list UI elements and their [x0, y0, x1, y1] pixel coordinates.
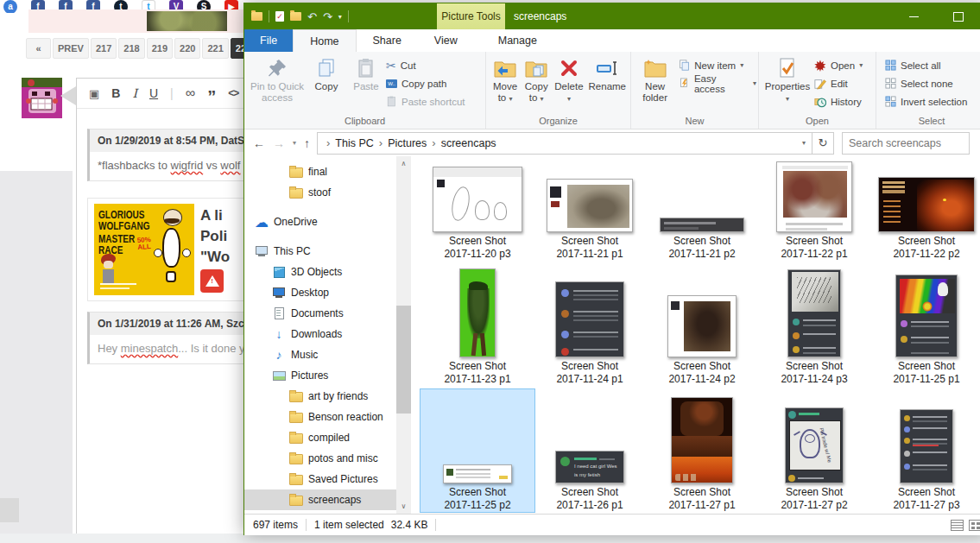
avatar[interactable] — [22, 78, 62, 118]
delete-button[interactable]: Delete▾ — [552, 54, 585, 104]
sidebar-item-this-pc[interactable]: This PC — [244, 241, 396, 262]
up-button[interactable]: ↑ — [304, 136, 310, 150]
page-button-217[interactable]: 217 — [91, 38, 117, 59]
refresh-button[interactable]: ↻ — [812, 132, 834, 155]
file-item-screen-shot-2017-11-27-p2[interactable]: Pls trade w/ MeScreen Shot2017-11-27 p2 — [757, 389, 871, 512]
file-item-screen-shot-2017-11-24-p3[interactable]: Screen Shot2017-11-24 p3 — [757, 268, 871, 386]
link-icon[interactable]: ∞ — [186, 86, 195, 100]
properties-button[interactable]: Properties▾ — [762, 54, 812, 104]
search-box[interactable] — [842, 132, 970, 155]
sidebar-item-documents[interactable]: Documents — [244, 303, 396, 324]
sidebar-item-pictures[interactable]: Pictures — [244, 365, 396, 386]
scrollbar-thumb[interactable] — [396, 306, 411, 414]
breadcrumb-item-screencaps[interactable]: screencaps — [441, 137, 496, 149]
code-icon[interactable]: <> — [228, 88, 238, 98]
page-button-[interactable]: « — [26, 38, 51, 59]
customize-qat-icon[interactable]: ▾ — [338, 13, 342, 21]
file-item-screen-shot-2017-11-24-p1[interactable]: Screen Shot2017-11-24 p1 — [533, 268, 647, 386]
file-item-screen-shot-2017-11-26-p1[interactable]: I need cat girl Wesis my fetishScreen Sh… — [533, 389, 647, 512]
properties-icon[interactable]: ✓ — [275, 11, 284, 22]
undo-icon[interactable]: ↶ — [307, 11, 317, 22]
sidebar-item-music[interactable]: ♪Music — [244, 344, 396, 365]
search-input[interactable] — [843, 137, 969, 149]
paste-button[interactable]: Paste — [346, 54, 386, 92]
copy-to-button[interactable]: Copyto ▾ — [521, 54, 552, 104]
title-bar[interactable]: ✓ ↶ ↷ ▾ Picture Tools screencaps — [244, 3, 980, 29]
copy-path-button[interactable]: W..Copy path — [386, 75, 465, 92]
file-item-screen-shot-2017-11-21-p2[interactable]: Screen Shot2017-11-21 p2 — [645, 161, 759, 261]
select-none-button[interactable]: Select none — [885, 75, 967, 92]
tab-view[interactable]: View — [418, 29, 474, 52]
bold-button[interactable]: B — [111, 87, 120, 99]
redo-icon[interactable]: ↷ — [323, 11, 332, 22]
tab-file[interactable]: File — [244, 29, 293, 52]
new-folder-icon[interactable] — [290, 12, 301, 21]
quoted-attachment[interactable]: GLORIOUS WOLFGANG MASTER RACE 50% ALL A … — [87, 198, 250, 301]
source-preview-icon[interactable]: ▣ — [89, 88, 99, 99]
tab-share[interactable]: Share — [357, 29, 418, 52]
sidebar-scrollbar[interactable]: ∧ ∨ — [396, 156, 411, 514]
forward-button[interactable]: → — [273, 136, 285, 150]
paste-shortcut-button[interactable]: Paste shortcut — [386, 93, 465, 110]
sidebar-item-saved-pictures[interactable]: Saved Pictures — [244, 469, 396, 489]
sidebar-item-3d-objects[interactable]: 3D Objects — [244, 262, 396, 282]
tab-manage[interactable]: Manage — [482, 29, 553, 52]
file-item-screen-shot-2017-11-20-p3[interactable]: Screen Shot2017-11-20 p3 — [420, 161, 534, 261]
file-item-screen-shot-2017-11-22-p2[interactable]: Screen Shot2017-11-22 p2 — [869, 161, 980, 261]
cut-button[interactable]: ✂Cut — [386, 57, 465, 73]
sidebar-item-art-by-friends[interactable]: art by friends — [244, 386, 396, 407]
edit-button[interactable]: Edit — [814, 75, 863, 92]
details-view-button[interactable] — [951, 520, 964, 531]
reply-editor[interactable]: ▣BIU|∞”<> On 1/29/2019 at 8:54 PM, DatSh… — [76, 78, 252, 535]
breadcrumb-item-this-pc[interactable]: This PC — [335, 137, 373, 149]
minimize-button[interactable] — [894, 3, 933, 29]
open-button[interactable]: Open▾ — [814, 57, 863, 73]
page-button-218[interactable]: 218 — [118, 38, 144, 59]
sidebar-item-onedrive[interactable]: ☁OneDrive — [244, 212, 396, 232]
select-all-button[interactable]: Select all — [885, 57, 967, 73]
page-button-219[interactable]: 219 — [147, 38, 173, 59]
forum-logo-icon[interactable]: a — [3, 0, 17, 13]
breadcrumb-item-pictures[interactable]: Pictures — [388, 137, 427, 149]
scroll-up-icon[interactable]: ∧ — [396, 156, 411, 171]
tab-home[interactable]: Home — [293, 29, 356, 52]
move-to-button[interactable]: Moveto ▾ — [490, 54, 521, 104]
quoted-post[interactable]: On 1/29/2019 at 8:54 PM, DatShad *flashb… — [87, 129, 251, 181]
sidebar-item-stoof[interactable]: stoof — [244, 182, 396, 203]
sidebar-item-compiled[interactable]: compiled — [244, 427, 396, 448]
sidebar-item-benson-reaction[interactable]: Benson reaction — [244, 407, 396, 427]
quote-icon[interactable]: ” — [207, 88, 216, 105]
picture-tools-tab[interactable]: Picture Tools — [437, 3, 505, 29]
history-button[interactable]: History — [814, 93, 863, 110]
sidebar-item-final[interactable]: final — [244, 161, 396, 182]
pin-to-quick-access-button[interactable]: Pin to Quick access — [248, 54, 307, 104]
scroll-down-icon[interactable]: ∨ — [396, 499, 411, 514]
underline-button[interactable]: U — [149, 87, 158, 99]
sidebar-item-potos-and-misc[interactable]: potos and misc — [244, 448, 396, 469]
rename-button[interactable]: Rename — [586, 54, 629, 92]
file-item-screen-shot-2017-11-24-p2[interactable]: Screen Shot2017-11-24 p2 — [645, 268, 759, 386]
wolfgang-poster-image[interactable]: GLORIOUS WOLFGANG MASTER RACE 50% ALL — [94, 204, 194, 295]
thumbnail-view-button[interactable] — [969, 520, 980, 531]
recent-locations-icon[interactable]: ▾ — [293, 139, 296, 147]
copy-button[interactable]: Copy — [307, 54, 346, 92]
new-item-button[interactable]: New item▾ — [679, 57, 756, 73]
new-folder-button[interactable]: Newfolder — [635, 54, 675, 104]
maximize-button[interactable] — [939, 3, 978, 29]
sidebar-item-screencaps[interactable]: screencaps — [244, 489, 396, 510]
file-item-screen-shot-2017-11-23-p1[interactable]: Screen Shot2017-11-23 p1 — [420, 268, 534, 386]
file-item-screen-shot-2017-11-21-p1[interactable]: Screen Shot2017-11-21 p1 — [533, 161, 647, 261]
sidebar-item-desktop[interactable]: Desktop — [244, 282, 396, 303]
file-item-screen-shot-2017-11-25-p1[interactable]: Screen Shot2017-11-25 p1 — [869, 268, 980, 386]
folder-icon[interactable] — [251, 12, 262, 21]
page-button-220[interactable]: 220 — [174, 38, 200, 59]
quoted-post[interactable]: On 1/31/2019 at 11:26 AM, Szczuk Hey min… — [87, 312, 251, 364]
file-item-screen-shot-2017-11-25-p2[interactable]: Screen Shot2017-11-25 p2 — [420, 389, 534, 512]
file-item-screen-shot-2017-11-22-p1[interactable]: Screen Shot2017-11-22 p1 — [757, 161, 871, 261]
invert-selection-button[interactable]: Invert selection — [885, 93, 967, 110]
easy-access-button[interactable]: Easy access▾ — [679, 75, 756, 92]
warning-icon[interactable]: ! — [200, 269, 224, 293]
italic-button[interactable]: I — [132, 87, 137, 99]
back-button[interactable]: ← — [253, 136, 265, 150]
file-item-screen-shot-2017-11-27-p3[interactable]: Screen Shot2017-11-27 p3 — [869, 389, 980, 512]
